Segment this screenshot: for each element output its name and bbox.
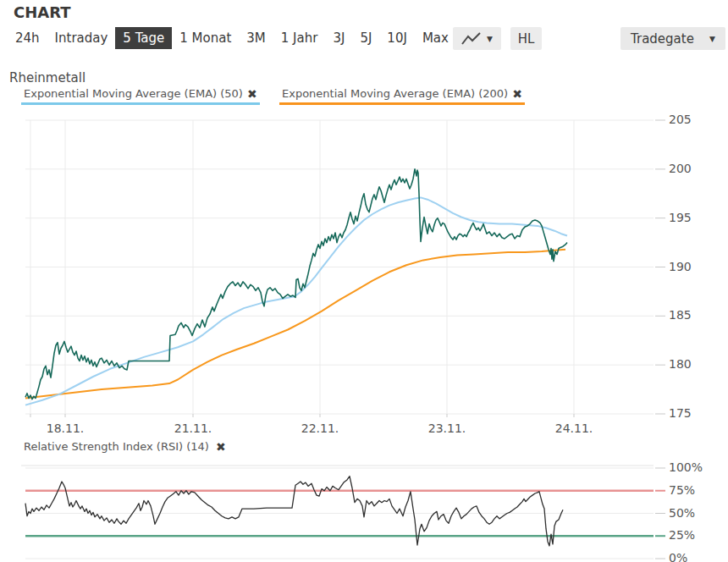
series-ema-50	[25, 197, 567, 405]
y-axis-label: 50%	[669, 506, 720, 520]
y-axis-label: 180	[669, 357, 720, 371]
y-axis-label: 25%	[669, 528, 720, 542]
x-axis-label: 23.11.	[422, 422, 472, 435]
price-chart-canvas[interactable]	[25, 120, 665, 417]
x-axis-label: 21.11.	[168, 422, 218, 435]
y-axis-label: 75%	[669, 483, 720, 497]
y-axis-label: 175	[669, 406, 720, 420]
chart-page: CHART 24h Intraday 5 Tage 1 Monat 3M 1 J…	[0, 0, 728, 562]
y-axis-label: 195	[669, 211, 720, 224]
y-axis-label: 100%	[669, 460, 720, 474]
x-axis-label: 24.11.	[549, 422, 599, 435]
y-axis-label: 0%	[669, 551, 720, 562]
x-axis-label: 18.11.	[40, 422, 91, 435]
rsi-chart-canvas[interactable]	[21, 466, 665, 559]
y-axis-label: 205	[669, 113, 720, 126]
series-ema-200	[25, 250, 565, 399]
y-axis-label: 185	[669, 308, 720, 322]
y-axis-label: 200	[669, 162, 720, 175]
y-axis-label: 190	[669, 260, 720, 273]
x-axis-label: 22.11.	[295, 422, 345, 435]
chart-canvas[interactable]	[0, 0, 728, 562]
